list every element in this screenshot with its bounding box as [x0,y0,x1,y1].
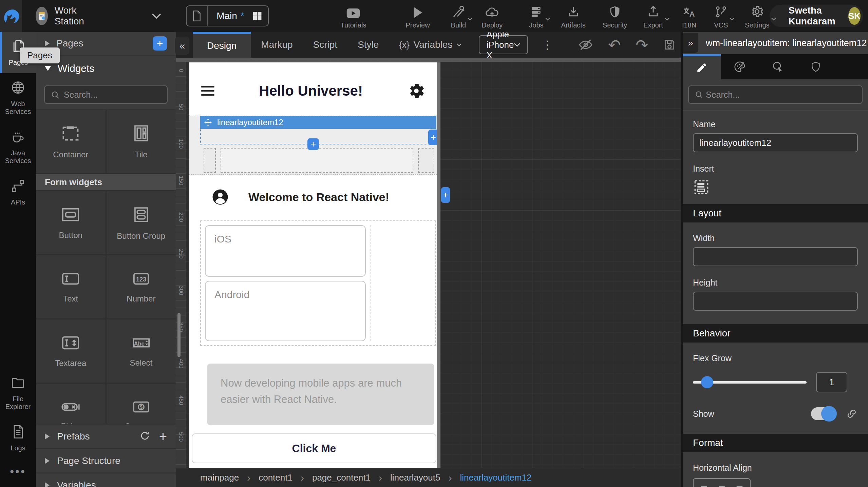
show-toggle[interactable] [811,407,835,420]
align-center-button[interactable] [717,484,727,487]
breadcrumb-item-current[interactable]: linearlayoutitem12 [460,472,531,483]
build-button[interactable]: Build [451,3,466,29]
widget-number[interactable]: 123 Number [107,255,176,318]
breadcrumb-item[interactable]: content1 [259,472,293,483]
brand-logo[interactable] [0,0,22,32]
project-switcher[interactable]: Work Station [36,5,90,27]
tab-markup[interactable]: Markup [251,32,303,58]
artifacts-button[interactable]: Artifacts [561,3,586,29]
insert-right-button[interactable]: + [428,130,438,145]
security-button[interactable]: Security [603,3,627,29]
expand-panel-button[interactable]: » [683,33,698,53]
globe-icon [11,80,25,97]
width-input[interactable] [693,247,858,266]
more-menu-icon[interactable]: ⋮ [542,38,553,52]
selected-widget-label[interactable]: linearlayoutitem12 [200,116,436,129]
bind-property-icon[interactable] [846,408,858,420]
save-icon[interactable] [663,38,676,51]
android-textarea[interactable]: Android [205,281,366,341]
prefabs-section-header[interactable]: Prefabs + [36,424,176,448]
sidebar-item-web-services[interactable]: Web Services [0,73,36,122]
device-select[interactable]: Apple iPhone X [479,35,528,54]
insert-edge-button[interactable]: + [441,187,450,203]
sidebar-item-logs[interactable]: Logs [0,417,36,459]
toggle-visibility-icon[interactable] [578,39,593,51]
tab-security[interactable] [797,54,835,79]
tab-styles[interactable] [721,54,759,79]
tab-properties[interactable] [683,54,721,79]
layout-cell[interactable] [204,148,216,173]
format-section-header[interactable]: Format [683,434,868,452]
add-page-button[interactable]: + [153,36,167,51]
widget-button-group[interactable]: Button Group [107,191,176,254]
variables-section-header[interactable]: Variables [36,472,176,487]
sidebar-item-java-services[interactable]: Java Services [0,122,36,172]
widget-tile[interactable]: Tile [107,110,176,173]
chevron-down-icon[interactable] [151,13,162,19]
tutorials-button[interactable]: Tutorials [340,3,366,29]
hamburger-menu-icon[interactable] [201,86,214,96]
align-right-button[interactable] [734,484,744,487]
align-left-button[interactable] [700,484,710,487]
tab-design[interactable]: Design [193,32,251,58]
more-options-icon[interactable]: ••• [0,459,36,487]
insert-below-button[interactable]: + [307,138,319,150]
widget-container[interactable]: Container [36,110,106,173]
behavior-section-header[interactable]: Behavior [683,324,868,343]
widget-textarea[interactable]: Textarea [36,319,106,383]
layout-section-header[interactable]: Layout [683,204,868,222]
height-input[interactable] [693,292,858,311]
undo-icon[interactable]: ↶ [608,36,621,54]
click-me-button[interactable]: Click Me [192,433,436,463]
tab-script[interactable]: Script [303,32,348,58]
widget-currency[interactable]: $ Currency [107,384,176,424]
flex-grow-slider[interactable] [693,376,807,388]
pages-grid-icon[interactable] [252,11,263,21]
empty-column[interactable] [371,225,431,341]
shield-icon [810,60,822,73]
gear-icon [750,5,764,19]
redo-icon[interactable]: ↷ [636,36,648,54]
sidebar-item-file-explorer[interactable]: File Explorer [0,368,36,417]
breadcrumb-item[interactable]: linearlayout5 [390,472,440,483]
add-prefab-button[interactable]: + [159,430,167,443]
insert-widget-button[interactable] [693,178,711,196]
widget-search-input[interactable] [44,85,168,104]
i18n-button[interactable]: A I18N [682,3,696,29]
tab-style[interactable]: Style [347,32,389,58]
pages-tooltip: Pages [20,47,60,63]
widget-chips[interactable]: Chips [36,384,106,424]
collapse-panel-button[interactable]: « [175,37,189,55]
preview-button[interactable]: Preview [405,3,430,29]
vcs-button[interactable]: VCS [714,3,728,29]
breadcrumb-item[interactable]: mainpage [200,472,239,483]
design-canvas[interactable]: 0 50 100 150 200 250 300 350 400 450 500… [176,58,681,468]
refresh-icon[interactable] [139,430,150,443]
phone-app-title[interactable]: Hello Universe! [259,83,363,99]
widget-text[interactable]: Text [36,255,106,318]
widget-button[interactable]: Button [36,191,106,254]
name-input[interactable] [693,133,858,152]
property-search-input[interactable] [688,85,863,104]
widget-select[interactable]: Abc Select [107,319,176,383]
export-button[interactable]: Export [643,3,663,29]
tab-variables[interactable]: {x} Variables [389,32,472,58]
layout-cell[interactable] [418,148,434,173]
breadcrumb-item[interactable]: page_content1 [312,472,371,483]
flex-grow-value[interactable]: 1 [816,372,847,392]
user-menu[interactable]: Swetha Kundaram SK [770,5,863,27]
page-structure-section-header[interactable]: Page Structure [36,448,176,472]
ios-textarea[interactable]: iOS [205,225,366,277]
tab-inspect[interactable] [759,54,797,79]
slider-thumb[interactable] [701,376,713,388]
settings-icon[interactable] [407,82,426,100]
message-textarea[interactable]: Now developing mobile apps are much easi… [207,364,434,425]
deploy-button[interactable]: Deploy [482,3,503,29]
sidebar-item-apis[interactable]: APIs [0,172,36,213]
settings-button[interactable]: Settings [745,3,769,29]
jobs-button[interactable]: Jobs [529,3,543,29]
open-page-tab[interactable]: Main * [186,5,269,26]
layout-cell[interactable] [221,148,413,173]
canvas-scrollbar[interactable] [177,313,181,357]
welcome-title[interactable]: Welcome to React Native! [248,191,389,204]
